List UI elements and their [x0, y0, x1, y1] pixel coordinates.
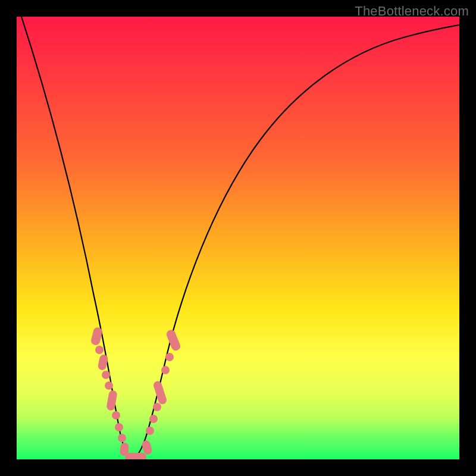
plot-area: [17, 17, 459, 459]
outer-frame: TheBottleneck.com: [0, 0, 476, 476]
svg-point-16: [161, 366, 170, 374]
svg-point-8: [118, 434, 126, 442]
svg-rect-0: [90, 327, 104, 346]
svg-point-7: [115, 423, 123, 431]
curve-overlay: [17, 17, 459, 459]
svg-point-3: [102, 371, 110, 379]
svg-rect-2: [97, 354, 108, 371]
marker-cluster-bottom: [125, 453, 146, 459]
svg-rect-18: [165, 328, 181, 352]
svg-point-13: [149, 415, 158, 423]
watermark-text: TheBottleneck.com: [355, 4, 469, 19]
svg-rect-15: [152, 380, 168, 405]
svg-point-6: [112, 411, 120, 419]
marker-cluster-left: [90, 327, 130, 456]
svg-point-1: [95, 346, 104, 354]
svg-point-17: [165, 353, 174, 361]
svg-point-14: [153, 403, 161, 411]
svg-point-4: [105, 381, 113, 390]
marker-cluster-right: [141, 328, 181, 455]
svg-rect-10: [125, 453, 146, 459]
svg-point-12: [146, 427, 154, 435]
bottleneck-curve: [21, 17, 459, 458]
